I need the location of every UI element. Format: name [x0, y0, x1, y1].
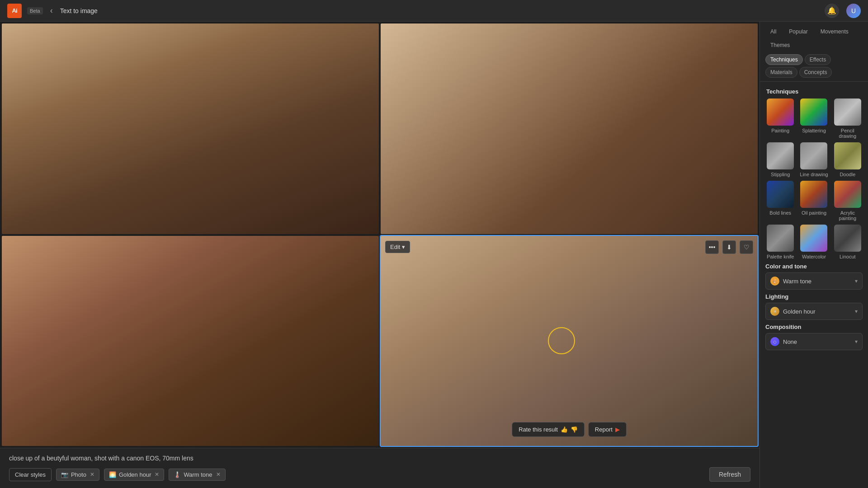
warm-tone-tag-icon: 🌡️	[174, 471, 181, 478]
more-options-icon[interactable]: •••	[705, 240, 719, 254]
image-cell-3[interactable]	[2, 236, 379, 446]
refresh-button[interactable]: Refresh	[709, 467, 750, 482]
bold-lines-label: Bold lines	[769, 210, 791, 216]
tab-concepts[interactable]: Concepts	[799, 67, 832, 78]
tag-photo-remove[interactable]: ✕	[90, 471, 94, 478]
painting-thumb	[767, 99, 794, 126]
filter-tab-popular[interactable]: Popular	[784, 26, 812, 37]
stippling-thumb	[767, 142, 794, 169]
doodle-label: Doodle	[840, 172, 855, 177]
tags-row: Clear styles 📷 Photo ✕ 🌅 Golden hour ✕ 🌡…	[9, 467, 750, 482]
filter-tab-themes[interactable]: Themes	[765, 40, 795, 51]
color-tone-dropdown[interactable]: 🎨 Warm tone ▾	[765, 272, 863, 290]
lighting-label: Lighting	[765, 293, 863, 300]
download-icon[interactable]: ⬇	[722, 240, 736, 254]
topbar: Ai Beta ‹ Text to image 🔔 U	[0, 0, 868, 22]
tag-warm-tone-remove[interactable]: ✕	[216, 471, 221, 478]
tab-effects[interactable]: Effects	[805, 54, 831, 65]
rating-bar: Rate this result 👍 👎 Report ▶	[512, 422, 627, 437]
technique-palette-knife[interactable]: Palette knife	[765, 225, 795, 259]
back-button[interactable]: ‹	[50, 6, 53, 15]
thumbs-up-icon[interactable]: 👍	[561, 426, 568, 433]
bell-icon[interactable]: 🔔	[825, 4, 839, 18]
filter-tab-all[interactable]: All	[765, 26, 781, 37]
acrylic-painting-thumb	[834, 181, 861, 208]
techniques-section-title: Techniques	[760, 82, 868, 99]
style-tabs: Techniques Effects Materials Concepts	[760, 51, 868, 82]
filter-tabs: All Popular Movements Themes	[760, 22, 868, 51]
clear-styles-button[interactable]: Clear styles	[9, 468, 52, 481]
report-button[interactable]: Report ▶	[588, 422, 627, 437]
watercolor-label: Watercolor	[802, 254, 826, 259]
splattering-label: Splattering	[802, 128, 826, 133]
tag-golden-hour[interactable]: 🌅 Golden hour ✕	[104, 469, 165, 481]
thumbs-down-icon[interactable]: 👎	[571, 426, 578, 433]
photo-tag-icon: 📷	[61, 471, 68, 478]
lighting-dropdown[interactable]: ☀ Golden hour ▾	[765, 303, 863, 320]
pencil-drawing-thumb	[834, 99, 861, 126]
tag-warm-tone-label: Warm tone	[184, 471, 212, 478]
technique-painting[interactable]: Painting	[765, 99, 795, 139]
image-cell-4[interactable]: Edit ▾ ••• ⬇ ♡ Rate this result 👍	[381, 236, 758, 446]
tag-photo[interactable]: 📷 Photo ✕	[56, 469, 99, 481]
chevron-down-icon: ▾	[402, 244, 405, 250]
color-tone-label: Color and tone	[765, 263, 863, 270]
watercolor-thumb	[800, 225, 827, 252]
stippling-label: Stippling	[771, 172, 790, 177]
right-panel: All Popular Movements Themes Techniques …	[760, 22, 868, 488]
main-content: Edit ▾ ••• ⬇ ♡ Rate this result 👍	[0, 22, 868, 488]
prompt-display: close up of a beutyful woman, shot with …	[9, 455, 750, 462]
cursor-indicator	[548, 327, 575, 354]
image-cell-2[interactable]	[381, 23, 758, 234]
technique-pencil-drawing[interactable]: Pencil drawing	[833, 99, 863, 139]
topbar-icons: 🔔 U	[825, 4, 861, 18]
beta-badge: Beta	[27, 7, 43, 14]
technique-oil-painting[interactable]: Oil painting	[799, 181, 829, 221]
edit-button[interactable]: Edit ▾	[385, 241, 410, 253]
technique-watercolor[interactable]: Watercolor	[799, 225, 829, 259]
filter-tab-movements[interactable]: Movements	[816, 26, 854, 37]
image-toolbar: Edit ▾ ••• ⬇ ♡	[385, 240, 753, 254]
technique-splattering[interactable]: Splattering	[799, 99, 829, 139]
golden-hour-tag-icon: 🌅	[109, 471, 116, 478]
line-drawing-label: Line drawing	[800, 172, 828, 177]
technique-stippling[interactable]: Stippling	[765, 142, 795, 177]
tag-photo-label: Photo	[71, 471, 86, 478]
oil-painting-thumb	[800, 181, 827, 208]
acrylic-painting-label: Acrylic painting	[833, 210, 863, 221]
color-tone-value: Warm tone	[783, 278, 811, 285]
bottom-bar: close up of a beutyful woman, shot with …	[0, 448, 760, 488]
tag-warm-tone[interactable]: 🌡️ Warm tone ✕	[169, 469, 225, 481]
line-drawing-thumb	[800, 142, 827, 169]
image-cell-1[interactable]	[2, 23, 379, 234]
splattering-thumb	[800, 99, 827, 126]
heart-icon[interactable]: ♡	[740, 240, 753, 254]
lighting-section: Lighting ☀ Golden hour ▾	[760, 293, 868, 320]
image-grid: Edit ▾ ••• ⬇ ♡ Rate this result 👍	[0, 22, 760, 448]
technique-bold-lines[interactable]: Bold lines	[765, 181, 795, 221]
toolbar-right: ••• ⬇ ♡	[705, 240, 753, 254]
technique-doodle[interactable]: Doodle	[833, 142, 863, 177]
tab-techniques[interactable]: Techniques	[765, 54, 803, 65]
palette-knife-label: Palette knife	[767, 254, 794, 259]
color-tone-section: Color and tone 🎨 Warm tone ▾	[760, 263, 868, 290]
golden-hour-icon: ☀	[770, 307, 779, 316]
report-label: Report	[595, 426, 613, 433]
doodle-thumb	[834, 142, 861, 169]
technique-line-drawing[interactable]: Line drawing	[799, 142, 829, 177]
app-logo: Ai	[7, 4, 22, 18]
tag-golden-hour-remove[interactable]: ✕	[155, 471, 159, 478]
center-area: Edit ▾ ••• ⬇ ♡ Rate this result 👍	[0, 22, 760, 488]
technique-acrylic-painting[interactable]: Acrylic painting	[833, 181, 863, 221]
technique-linocut[interactable]: Linocut	[833, 225, 863, 259]
bold-lines-thumb	[767, 181, 794, 208]
composition-none-icon: ◇	[770, 337, 779, 346]
tag-golden-hour-label: Golden hour	[119, 471, 151, 478]
avatar[interactable]: U	[846, 4, 861, 18]
composition-dropdown[interactable]: ◇ None ▾	[765, 333, 863, 350]
technique-grid: Painting Splattering Pencil drawing Stip…	[760, 99, 868, 259]
rate-result-button[interactable]: Rate this result 👍 👎	[512, 422, 585, 437]
warm-tone-icon: 🎨	[770, 277, 779, 286]
tab-materials[interactable]: Materials	[765, 67, 797, 78]
composition-label: Composition	[765, 324, 863, 330]
